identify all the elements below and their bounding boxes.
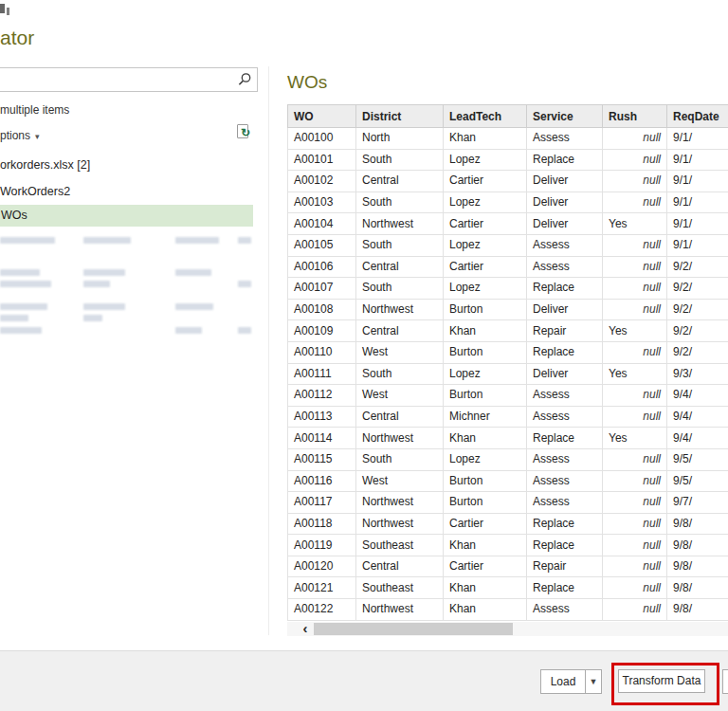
table-cell: Deliver [527,299,603,320]
table-cell: null [603,470,667,492]
table-cell: Replace [527,341,603,363]
table-cell: 9/2/ [667,256,728,278]
table-row: A00109CentralKhanRepairYes9/2/ [288,320,728,342]
table-cell: 9/1/ [667,191,728,213]
navigator-title: ator [0,27,34,49]
table-row: A00113CentralMichnerAssessnull9/4/ [288,406,728,428]
load-split-button: Load ▼ [540,669,602,694]
sidebar-item-workorders2[interactable]: WorkOrders2 [0,185,70,198]
table-cell: A00116 [288,470,356,492]
pane-divider [268,66,269,635]
table-cell: null [603,341,667,363]
table-cell: Deliver [527,363,603,385]
refresh-icon[interactable]: ↻ [236,124,253,141]
ghost-text-artifact [0,281,51,287]
table-cell: 9/8/ [667,577,728,599]
table-header-row: WODistrictLeadTechServiceRushReqDate [288,105,728,128]
table-cell: Lopez [444,363,527,385]
ghost-text-artifact [0,327,42,334]
annotation-highlight: Transform Data [611,663,719,705]
ghost-text-artifact [83,315,102,321]
table-cell: Yes [603,213,667,235]
table-cell: A00109 [288,320,356,342]
table-row: A00111SouthLopezDeliverYes9/3/ [288,363,728,385]
table-cell: Burton [444,385,527,407]
table-cell: Northwest [356,428,444,449]
table-cell: Assess [527,448,603,470]
column-header: Rush [603,105,667,128]
table-cell: Khan [444,128,527,150]
table-row: A00100NorthKhanAssessnull9/1/ [288,128,728,150]
table-cell: Replace [527,513,603,535]
display-options-label: ptions [0,129,30,142]
table-cell: Deliver [527,191,603,213]
table-cell: Central [356,406,444,428]
ghost-text-artifact [238,281,251,287]
preview-table: WODistrictLeadTechServiceRushReqDate A00… [287,104,728,621]
table-cell: null [603,492,667,514]
table-cell: A00121 [288,577,356,599]
table-cell: A00100 [288,128,356,150]
preview-table-container: WODistrictLeadTechServiceRushReqDate A00… [287,104,728,622]
table-cell: null [603,256,667,278]
scroll-left-icon[interactable]: ‹ [299,621,312,635]
table-cell: null [603,599,667,621]
table-cell: Assess [527,406,603,428]
table-cell: Burton [444,299,527,320]
table-cell: Lopez [444,234,527,256]
table-cell: Northwest [356,599,444,621]
table-row: A00104NorthwestCartierDeliverYes9/1/ [288,213,728,235]
scrollbar-thumb[interactable] [314,623,513,635]
table-cell: 9/2/ [667,278,728,300]
table-cell: Lopez [444,278,527,300]
table-cell: Yes [603,363,667,385]
table-cell: Northwest [356,492,444,514]
table-row: A00112WestBurtonAssessnull9/4/ [288,385,728,407]
table-cell: null [603,448,667,470]
table-cell: 9/2/ [667,341,728,363]
transform-data-button[interactable]: Transform Data [618,669,705,693]
load-button[interactable]: Load [540,669,586,694]
table-cell: 9/5/ [667,470,728,492]
chevron-down-icon: ▼ [590,677,598,686]
cropped-edge-artifact [0,4,5,13]
table-cell: Yes [603,428,667,449]
sidebar-item-wos-selected[interactable]: WOs [0,205,253,227]
ghost-text-artifact [175,303,213,310]
table-cell: null [603,535,667,556]
preview-table-title: WOs [287,72,327,93]
table-cell: Repair [527,320,603,342]
table-cell: Khan [444,577,527,599]
table-cell: Replace [527,149,603,171]
table-row: A00116WestBurtonAssessnull9/5/ [288,470,728,492]
search-icon[interactable] [237,72,252,87]
cancel-button-cropped[interactable] [722,669,728,694]
table-cell: Burton [444,492,527,514]
table-cell: Cartier [444,213,527,235]
table-cell: Assess [527,128,603,150]
table-cell: Deliver [527,171,603,192]
sidebar-item-workbook[interactable]: orkorders.xlsx [2] [0,158,90,172]
ghost-text-artifact [83,303,125,310]
horizontal-scrollbar[interactable]: ‹ [287,622,728,636]
search-input[interactable] [0,68,238,89]
table-cell: 9/5/ [667,448,728,470]
table-cell: West [356,341,444,363]
select-multiple-items-label[interactable]: multiple items [0,103,69,117]
table-cell: Replace [527,428,603,449]
load-dropdown-button[interactable]: ▼ [586,669,602,694]
ghost-text-artifact [0,315,28,321]
table-cell: South [356,448,444,470]
table-cell: A00104 [288,213,356,235]
table-cell: 9/1/ [667,171,728,192]
table-cell: South [356,234,444,256]
table-cell: Southeast [356,535,444,556]
display-options-dropdown[interactable]: ptions▾ [0,129,40,142]
ghost-text-artifact [238,327,251,334]
table-cell: Michner [444,406,527,428]
table-cell: Lopez [444,149,527,171]
table-cell: Lopez [444,191,527,213]
table-cell: 9/8/ [667,556,728,577]
table-row: A00105SouthLopezAssessnull9/1/ [288,234,728,256]
table-row: A00118NorthwestCartierReplacenull9/8/ [288,513,728,535]
